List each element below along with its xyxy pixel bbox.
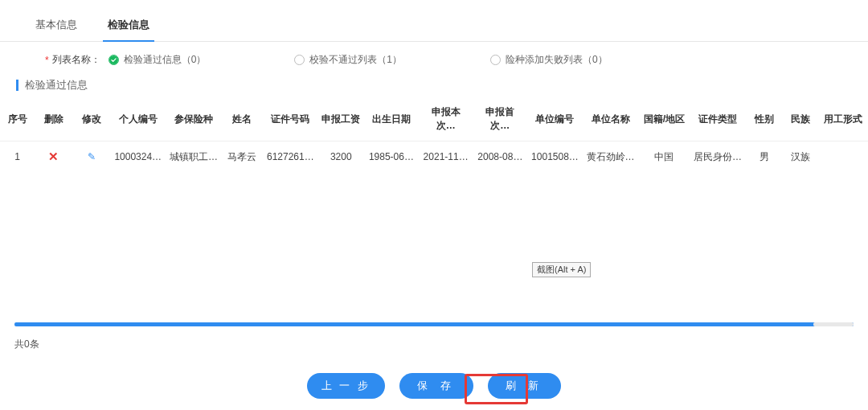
- cell-ins: 城镇职工…: [166, 141, 222, 173]
- th-unitname: 单位名称: [583, 97, 639, 141]
- th-cert: 证件类型: [690, 97, 746, 141]
- th-wage: 申报工资: [318, 97, 364, 141]
- th-gender: 性别: [746, 97, 782, 141]
- cell-name: 马孝云: [222, 141, 263, 173]
- delete-icon[interactable]: ✕: [48, 150, 59, 163]
- horizontal-scrollbar[interactable]: [14, 322, 854, 326]
- tab-bar: 基本信息 检验信息: [0, 5, 868, 42]
- cell-seq: 1: [0, 141, 35, 173]
- th-workform: 用工形式: [818, 97, 868, 141]
- required-mark: *: [45, 55, 49, 66]
- check-circle-icon: [108, 55, 119, 65]
- cell-unitname: 黄石劲岭…: [583, 141, 639, 173]
- radio-pass-label: 检验通过信息（0）: [124, 53, 207, 67]
- cell-unitno: 1001508…: [527, 141, 582, 173]
- th-ethnic: 民族: [782, 97, 818, 141]
- radio-fail[interactable]: 校验不通过列表（1）: [294, 53, 402, 67]
- section-accent-bar: [16, 80, 18, 91]
- radio-fail-label: 校验不通过列表（1）: [309, 53, 402, 67]
- cell-cert: 居民身份…: [690, 141, 746, 173]
- section-title: 检验通过信息: [0, 75, 868, 97]
- th-personno: 个人编号: [111, 97, 166, 141]
- cell-rthis: 2021-11…: [419, 141, 473, 173]
- save-button[interactable]: 保 存: [399, 373, 473, 399]
- table-header-row: 序号 删除 修改 个人编号 参保险种 姓名 证件号码 申报工资 出生日期 申报本…: [0, 97, 868, 141]
- button-bar: 上 一 步 保 存 刷 新: [0, 373, 868, 399]
- th-unitno: 单位编号: [527, 97, 582, 141]
- th-seq: 序号: [0, 97, 35, 141]
- th-ins: 参保险种: [166, 97, 222, 141]
- cell-workform: [818, 141, 868, 173]
- cell-personno: 100032​4…: [111, 141, 166, 173]
- table-row[interactable]: 1 ✕ ✎ 100032​4… 城镇职工… 马孝云 6127261… 3200 …: [0, 141, 868, 173]
- th-birth: 出生日期: [364, 97, 419, 141]
- radio-icon: [490, 55, 501, 65]
- cell-idno: 6127261…: [263, 141, 317, 173]
- cell-nation: 中国: [639, 141, 690, 173]
- radio-addfail[interactable]: 险种添加失败列表（0）: [490, 53, 608, 67]
- radio-icon: [294, 55, 305, 65]
- filter-label: 列表名称：: [52, 53, 100, 67]
- data-table: 序号 删除 修改 个人编号 参保险种 姓名 证件号码 申报工资 出生日期 申报本…: [0, 97, 868, 172]
- th-delete: 删除: [35, 97, 72, 141]
- cell-wage: 3200: [318, 141, 364, 173]
- svg-point-0: [109, 55, 118, 64]
- th-rfirst: 申报首次…: [473, 97, 528, 141]
- section-title-text: 检验通过信息: [25, 78, 88, 92]
- filter-row: * 列表名称： 检验通过信息（0） 校验不通过列表（1） 险种添加失败列表（0）: [0, 42, 868, 75]
- screenshot-hint: 截图(Alt + A): [532, 262, 591, 277]
- tab-inspect[interactable]: 检验信息: [103, 11, 154, 42]
- th-edit: 修改: [72, 97, 110, 141]
- radio-addfail-label: 险种添加失败列表（0）: [506, 53, 608, 67]
- th-rthis: 申报本次…: [419, 97, 473, 141]
- cell-rfirst: 2008-08…: [473, 141, 528, 173]
- th-idno: 证件号码: [263, 97, 317, 141]
- tab-basic[interactable]: 基本信息: [31, 11, 82, 41]
- cell-ethnic: 汉族: [782, 141, 818, 173]
- prev-button[interactable]: 上 一 步: [307, 373, 385, 399]
- refresh-button[interactable]: 刷 新: [488, 373, 562, 399]
- radio-pass[interactable]: 检验通过信息（0）: [108, 53, 207, 67]
- cell-birth: 1985-06…: [364, 141, 419, 173]
- th-name: 姓名: [222, 97, 263, 141]
- th-nation: 国籍/地区: [639, 97, 690, 141]
- cell-gender: 男: [746, 141, 782, 173]
- record-count: 共0条: [14, 338, 39, 351]
- scrollbar-track-end: [813, 322, 854, 326]
- edit-icon[interactable]: ✎: [88, 151, 96, 162]
